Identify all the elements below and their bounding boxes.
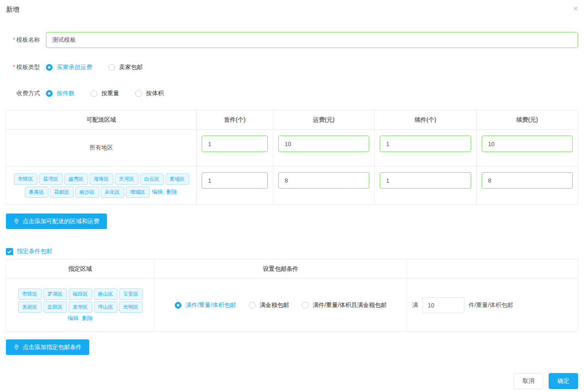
- specified-district-tags-cell: 市辖区罗湖区福田区南山区宝安区龙岗区盐田区龙华区坪山区光明区 编辑 删除: [6, 279, 154, 331]
- col-header-deliverable-area: 可配送区域: [6, 110, 196, 129]
- next-fee-input[interactable]: [482, 172, 573, 189]
- charge-method-row: 收费方式 按件数 按重量 按体积: [6, 89, 578, 98]
- add-area-button-label: 点击添加可配送的区域和运费: [23, 218, 99, 225]
- district-tag: 宝安区: [119, 288, 143, 300]
- district-tag: 市辖区: [18, 288, 42, 300]
- condition-value-cell: 满 件/重量/体积包邮: [407, 279, 578, 331]
- next-fee-input[interactable]: [482, 136, 573, 152]
- radio-label: 按体积: [146, 90, 164, 97]
- next-qty-input[interactable]: [380, 172, 471, 189]
- template-name-label: *模板名称: [6, 36, 40, 44]
- col-header-empty: [407, 259, 578, 278]
- charge-method-label-text: 收费方式: [16, 90, 40, 96]
- close-icon[interactable]: ×: [573, 4, 578, 13]
- template-type-label: *模板类型: [6, 64, 40, 71]
- col-header-first-qty: 首件(个): [196, 110, 273, 129]
- radio-label: 满金额包邮: [260, 301, 289, 309]
- table-row-all-areas: 所有地区: [6, 129, 578, 166]
- radio-checked-icon: [46, 64, 53, 71]
- radio-amount-free[interactable]: 满金额包邮: [249, 301, 289, 309]
- confirm-button[interactable]: 确定: [549, 373, 578, 389]
- radio-label: 按件数: [57, 90, 75, 97]
- col-header-specified-area: 指定区域: [6, 259, 154, 278]
- district-tag: 福田区: [69, 288, 92, 300]
- edit-link[interactable]: 编辑: [152, 188, 163, 196]
- district-tag: 南山区: [94, 288, 117, 300]
- template-type-row: *模板类型 买家承担运费 卖家包邮: [6, 63, 578, 72]
- district-tag: 光明区: [119, 301, 143, 313]
- district-tag: 盐田区: [43, 301, 67, 313]
- radio-qty-and-amount-free[interactable]: 满件/重量/体积且满金额包邮: [302, 301, 387, 309]
- district-tag: 增城区: [126, 187, 149, 198]
- col-header-next-fee: 续费(元): [476, 110, 578, 129]
- cancel-button[interactable]: 取消: [514, 373, 543, 389]
- district-tag: 南沙区: [75, 187, 99, 198]
- freight-input[interactable]: [278, 136, 369, 152]
- district-tags-cell: 市辖区荔湾区越秀区海珠区天河区白云区黄埔区番禺区花都区南沙区从化区增城区 编辑 …: [6, 166, 196, 205]
- required-mark: *: [13, 64, 15, 70]
- district-tag: 坪山区: [94, 301, 117, 313]
- add-deliverable-area-button[interactable]: 点击添加可配送的区域和运费: [6, 213, 107, 229]
- first-qty-input[interactable]: [202, 136, 268, 152]
- radio-unchecked-icon: [108, 64, 115, 71]
- radio-unchecked-icon: [249, 302, 256, 309]
- district-tag: 白云区: [140, 173, 164, 185]
- condition-value-input[interactable]: [422, 297, 464, 313]
- location-pin-icon: [13, 344, 19, 350]
- radio-checked-icon: [46, 90, 53, 97]
- add-free-shipping-condition-button[interactable]: 点击添加指定包邮条件: [6, 339, 89, 355]
- radio-label: 买家承担运费: [57, 64, 92, 71]
- district-tag: 花都区: [50, 187, 74, 198]
- dialog-footer: 取消 确定: [514, 373, 578, 389]
- template-type-label-text: 模板类型: [16, 64, 40, 70]
- table-row-custom-areas: 市辖区荔湾区越秀区海珠区天河区白云区黄埔区番禺区花都区南沙区从化区增城区 编辑 …: [6, 166, 578, 205]
- page-title: 新增: [6, 5, 578, 14]
- free-shipping-row: 市辖区罗湖区福田区南山区宝安区龙岗区盐田区龙华区坪山区光明区 编辑 删除 满件/…: [6, 278, 578, 331]
- district-tag: 罗湖区: [43, 288, 67, 300]
- area-cell: 所有地区: [6, 130, 196, 166]
- edit-link[interactable]: 编辑: [68, 315, 79, 322]
- template-type-radio-group: 买家承担运费 卖家包邮: [46, 64, 159, 71]
- required-mark: *: [13, 36, 15, 43]
- district-tag: 龙华区: [69, 301, 92, 313]
- col-header-freight: 运费(元): [273, 110, 374, 129]
- delete-link[interactable]: 删除: [166, 188, 177, 196]
- condition-radio-cell: 满件/重量/体积包邮 满金额包邮 满件/重量/体积且满金额包邮: [154, 279, 407, 331]
- radio-unchecked-icon: [91, 90, 97, 97]
- next-qty-input[interactable]: [380, 136, 471, 152]
- charge-method-radio-group: 按件数 按重量 按体积: [46, 90, 180, 97]
- add-condition-button-label: 点击添加指定包邮条件: [23, 344, 82, 351]
- radio-buyer-pays-freight[interactable]: 买家承担运费: [46, 64, 92, 71]
- template-name-row: *模板名称: [6, 32, 578, 48]
- free-shipping-table-header: 指定区域 设置包邮条件: [6, 259, 578, 278]
- template-name-input[interactable]: [46, 32, 578, 48]
- radio-qty-weight-volume-free[interactable]: 满件/重量/体积包邮: [175, 301, 236, 309]
- radio-checked-icon: [175, 302, 181, 309]
- first-qty-input[interactable]: [202, 172, 268, 189]
- add-template-dialog: 新增 × *模板名称 *模板类型 买家承担运费 卖家包邮 收费方式 按件数: [0, 0, 584, 392]
- radio-by-piece[interactable]: 按件数: [46, 90, 75, 97]
- radio-label: 按重量: [101, 90, 119, 97]
- col-header-next-qty: 续件(个): [374, 110, 476, 129]
- radio-unchecked-icon: [302, 302, 309, 309]
- freight-input[interactable]: [278, 172, 369, 189]
- district-tag: 从化区: [101, 187, 124, 198]
- conditional-free-shipping-checkbox-row[interactable]: 指定条件包邮: [6, 248, 578, 255]
- condition-prefix: 满: [412, 301, 418, 309]
- radio-unchecked-icon: [135, 90, 142, 97]
- radio-label: 满件/重量/体积包邮: [186, 301, 236, 309]
- district-tag: 荔湾区: [39, 173, 63, 185]
- area-text: 所有地区: [90, 144, 113, 152]
- checkbox-checked-icon: [6, 248, 13, 255]
- district-tag: 越秀区: [64, 173, 88, 185]
- district-tag: 市辖区: [14, 173, 37, 185]
- delete-link[interactable]: 删除: [82, 315, 93, 322]
- district-tag: 海珠区: [90, 173, 113, 185]
- radio-label: 卖家包邮: [119, 64, 143, 71]
- district-tag: 番禺区: [25, 187, 48, 198]
- district-tag: 龙岗区: [18, 301, 42, 313]
- radio-seller-free-shipping[interactable]: 卖家包邮: [108, 64, 143, 71]
- checkbox-label: 指定条件包邮: [17, 248, 52, 255]
- radio-by-weight[interactable]: 按重量: [91, 90, 119, 97]
- radio-by-volume[interactable]: 按体积: [135, 90, 164, 97]
